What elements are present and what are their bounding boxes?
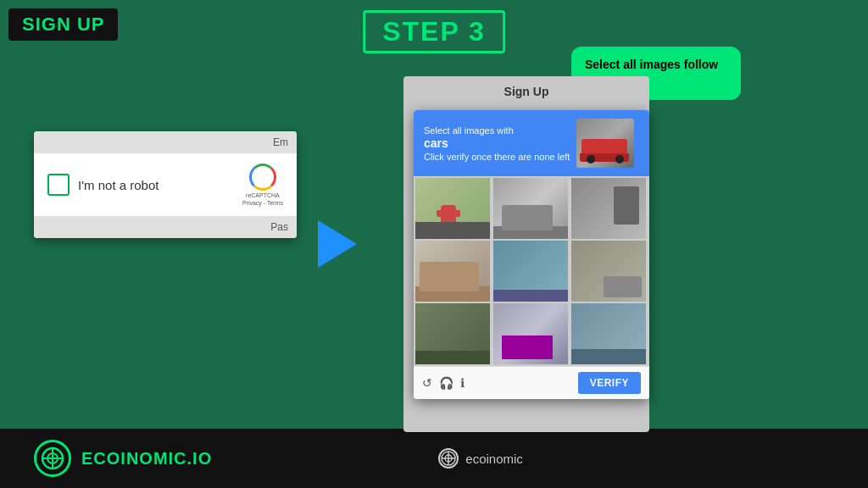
captcha-cell-9[interactable] [571, 303, 646, 364]
info-icon[interactable]: ℹ [460, 376, 465, 390]
panel-bottom-label: Pas [34, 216, 297, 238]
captcha-cell-3[interactable] [571, 178, 646, 239]
car-wheel-right [615, 155, 624, 164]
captcha-cell-6[interactable] [571, 241, 646, 302]
captcha-cell-4[interactable] [415, 241, 490, 302]
recaptcha-privacy: Privacy - Terms [242, 200, 283, 206]
building-shape [502, 205, 553, 230]
brand-name-label: ECOINOMIC.IO [81, 449, 212, 469]
captcha-grid [414, 176, 649, 366]
recaptcha-logo: reCAPTCHA Privacy - Terms [242, 164, 283, 206]
captcha-header-line1: Select all images with [424, 125, 514, 136]
captcha-cell-2[interactable] [493, 178, 568, 239]
verify-button[interactable]: VERIFY [578, 372, 641, 394]
ecoinomic-label: ecoinomic [465, 452, 523, 466]
house-shape [420, 262, 479, 291]
captcha-cell-5[interactable] [493, 241, 568, 302]
step-arrow [318, 220, 357, 268]
captcha-subtext: Click verify once there are none left [424, 152, 570, 162]
captcha-footer: ↺ 🎧 ℹ VERIFY [414, 366, 649, 399]
ground [415, 351, 490, 364]
panel-top-label: Em [34, 131, 297, 153]
password-hint: Pas [270, 221, 288, 233]
center-brand: ecoinomic [438, 448, 523, 469]
captcha-header: Select all images with cars Click verify… [414, 110, 649, 176]
captcha-cell-7[interactable] [415, 303, 490, 364]
noise-shape [502, 336, 553, 359]
recaptcha-row[interactable]: I'm not a robot reCAPTCHA Privacy - Term… [34, 153, 297, 216]
captcha-cell-8[interactable] [493, 303, 568, 364]
car-wheel-left [587, 155, 595, 164]
signup-badge: SIGN UP [8, 8, 118, 41]
robot-label: I'm not a robot [78, 178, 234, 192]
captcha-subject: cars [424, 136, 570, 150]
road-3 [493, 290, 568, 302]
captcha-preview-image [576, 119, 634, 168]
road-bg [415, 222, 490, 239]
captcha-instructions: Select all images with cars Click verify… [424, 124, 570, 163]
recaptcha-brand: reCAPTCHA [246, 192, 280, 198]
chimney-shape [614, 186, 639, 225]
step-title: STEP 3 [363, 10, 505, 53]
refresh-icon[interactable]: ↺ [422, 376, 432, 390]
captcha-cell-1[interactable] [415, 178, 490, 239]
brand-logo-icon [34, 440, 71, 477]
captcha-widget: Select all images with cars Click verify… [414, 110, 649, 399]
recaptcha-panel: Em I'm not a robot reCAPTCHA Privacy - T… [34, 131, 297, 238]
recaptcha-circle-icon [249, 164, 276, 191]
email-hint: Em [273, 136, 288, 148]
ecoinomic-logo-icon [438, 448, 459, 469]
page-title: Sign Up [403, 81, 649, 98]
bottom-bar: ECOINOMIC.IO ecoinomic [0, 429, 868, 488]
water-shape [571, 349, 646, 364]
structure [604, 276, 642, 297]
brand-section: ECOINOMIC.IO [34, 440, 212, 477]
recaptcha-checkbox[interactable] [47, 174, 70, 196]
audio-icon[interactable]: 🎧 [439, 376, 453, 390]
captcha-icons[interactable]: ↺ 🎧 ℹ [422, 376, 465, 390]
